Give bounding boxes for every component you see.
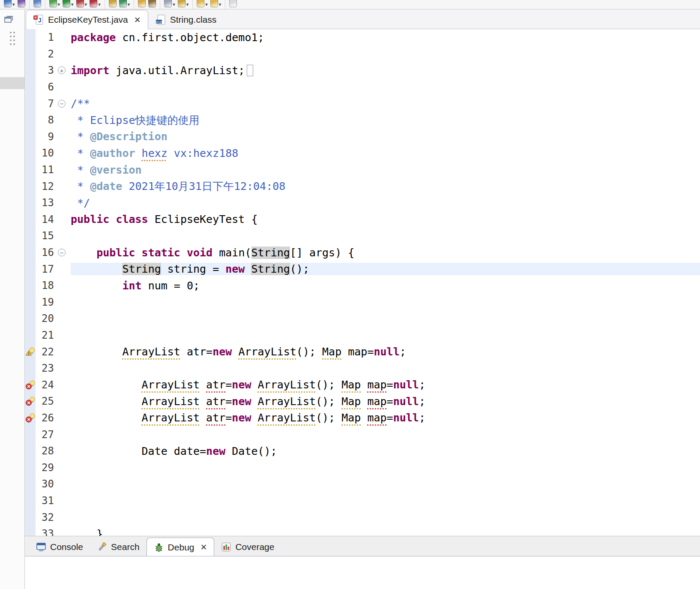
code-line-text[interactable]: int num = 0;	[71, 279, 700, 292]
line-number[interactable]: 9	[36, 131, 58, 143]
line-number[interactable]: 13	[36, 197, 58, 209]
line-number[interactable]: 30	[36, 478, 58, 490]
dropdown-arrow-icon[interactable]: ▾	[219, 2, 221, 7]
line-number[interactable]: 10	[36, 147, 58, 159]
run-icon[interactable]: ▾	[63, 0, 74, 7]
minus-fold-icon[interactable]: −	[58, 100, 71, 108]
minimized-view-placeholder[interactable]	[0, 77, 24, 89]
dropdown-arrow-icon[interactable]: ▾	[205, 2, 208, 7]
line-number[interactable]: 17	[36, 263, 58, 275]
tab-coverage[interactable]: Coverage	[214, 538, 281, 556]
line-number[interactable]: 24	[36, 379, 58, 391]
code-line-text[interactable]: /**	[71, 97, 700, 110]
code-line-text[interactable]: ArrayList atr=new ArrayList(); Map map=n…	[71, 412, 700, 424]
dropdown-arrow-icon[interactable]: ▾	[128, 2, 130, 7]
line-number[interactable]: 25	[36, 395, 58, 407]
new-java-project-icon[interactable]	[109, 0, 117, 7]
dropdown-arrow-icon[interactable]: ▾	[173, 2, 175, 7]
line-number[interactable]: 22	[36, 346, 58, 358]
debug-launch-icon[interactable]: ▾	[49, 0, 60, 7]
line-number[interactable]: 27	[36, 429, 58, 441]
line-number[interactable]: 6	[36, 81, 58, 93]
code-line-text[interactable]: Date date=new Date();	[71, 445, 700, 457]
line-number[interactable]: 28	[36, 445, 58, 457]
profile-icon[interactable]: ▾	[76, 0, 87, 7]
code-line-text[interactable]: import java.util.ArrayList;	[71, 64, 700, 77]
close-tab-icon[interactable]: ✕	[134, 15, 141, 25]
dropdown-arrow-icon[interactable]: ▾	[12, 2, 15, 7]
error-quickfix-icon[interactable]	[25, 393, 36, 410]
print-icon[interactable]	[33, 0, 41, 7]
minus-fold-icon[interactable]: −	[58, 249, 71, 256]
tab-debug[interactable]: Debug✕	[147, 538, 215, 556]
line-number[interactable]: 33	[36, 528, 58, 536]
dropdown-arrow-icon[interactable]: ▾	[58, 2, 60, 7]
code-line-text[interactable]: package cn.first.object.demo1;	[71, 31, 700, 44]
last-edit-location-icon[interactable]	[229, 0, 237, 7]
tab-string-class[interactable]: 010String.class	[148, 10, 224, 29]
tab-eclipsekeytest-java[interactable]: J✶EclipseKeyTest.java✕	[26, 10, 148, 29]
dropdown-arrow-icon[interactable]: ▾	[186, 2, 189, 7]
line-number[interactable]: 2	[36, 48, 58, 60]
line-number[interactable]: 21	[36, 329, 58, 341]
new-class-icon[interactable]: ▾	[119, 0, 130, 7]
code-line-text[interactable]: public static void main(String[] args) {	[71, 246, 700, 259]
drag-handle[interactable]	[10, 32, 12, 33]
external-tools-icon[interactable]: ▾	[164, 0, 175, 7]
plus-fold-icon[interactable]: +	[58, 66, 71, 74]
fold-plus-glyph[interactable]: +	[58, 66, 66, 74]
line-number[interactable]: 23	[36, 362, 58, 374]
coverage-launch-icon[interactable]: ▾	[90, 0, 101, 7]
line-number[interactable]: 16	[36, 246, 58, 258]
line-number[interactable]: 14	[36, 213, 58, 225]
line-number[interactable]: 3	[36, 64, 58, 76]
line-number[interactable]: 31	[36, 495, 58, 507]
error-quickfix-icon[interactable]	[25, 410, 36, 427]
code-line-text[interactable]: ArrayList atr=new ArrayList(); Map map=n…	[71, 379, 700, 391]
line-number[interactable]: 19	[36, 296, 58, 308]
tab-console[interactable]: Console	[29, 538, 90, 556]
back-icon[interactable]: ▾	[197, 0, 208, 7]
code-line-text[interactable]: String string = new String();	[71, 263, 700, 275]
open-element-icon[interactable]	[138, 0, 146, 7]
search-toolbar-icon[interactable]	[148, 0, 156, 7]
dropdown-arrow-icon[interactable]: ▾	[71, 2, 74, 7]
line-number[interactable]: 7	[36, 98, 58, 110]
line-number[interactable]: 29	[36, 462, 58, 474]
warning-quickfix-icon[interactable]: !	[25, 343, 36, 360]
line-number[interactable]: 26	[36, 412, 58, 424]
code-editor[interactable]: 1package cn.first.object.demo1;23+import…	[25, 29, 700, 536]
code-line-text[interactable]: * Eclipse快捷键的使用	[71, 113, 700, 127]
code-line-text[interactable]: * @date 2021年10月31日下午12:04:08	[71, 179, 700, 193]
dropdown-arrow-icon[interactable]: ▾	[85, 2, 87, 7]
code-line-text[interactable]: }	[71, 528, 700, 536]
line-number[interactable]: 11	[36, 164, 58, 176]
tab-search[interactable]: Search	[90, 538, 147, 556]
forward-icon[interactable]: ▾	[210, 0, 221, 7]
console-panel-body[interactable]	[25, 556, 700, 589]
code-line-text[interactable]: ArrayList atr=new ArrayList(); Map map=n…	[71, 346, 700, 358]
error-quickfix-icon[interactable]	[25, 376, 36, 393]
line-number[interactable]: 15	[36, 230, 58, 242]
line-number[interactable]: 18	[36, 279, 58, 291]
code-line-text[interactable]: */	[71, 197, 700, 209]
save-icon[interactable]	[18, 0, 25, 7]
line-number[interactable]: 12	[36, 180, 58, 192]
line-number[interactable]: 1	[36, 31, 58, 43]
code-token	[71, 395, 142, 408]
line-number[interactable]: 20	[36, 313, 58, 325]
line-number[interactable]: 32	[36, 511, 58, 523]
close-tab-icon[interactable]: ✕	[200, 542, 207, 552]
new-wizard-icon[interactable]: ▾	[4, 0, 15, 7]
code-line-text[interactable]: ArrayList atr=new ArrayList(); Map map=n…	[71, 395, 700, 408]
code-line-text[interactable]: * @Description	[71, 130, 700, 143]
dropdown-arrow-icon[interactable]: ▾	[98, 2, 101, 7]
line-number[interactable]: 8	[36, 114, 58, 126]
code-line-text[interactable]: * @version	[71, 164, 700, 176]
code-line-text[interactable]: * @author hexz vx:hexz188	[71, 147, 700, 159]
annotation-icon[interactable]: ▾	[178, 0, 189, 7]
restore-view-icon[interactable]	[3, 15, 14, 26]
fold-minus-glyph[interactable]: −	[58, 249, 66, 256]
code-line-text[interactable]: public class EclipseKeyTest {	[71, 213, 700, 225]
fold-minus-glyph[interactable]: −	[58, 100, 66, 108]
